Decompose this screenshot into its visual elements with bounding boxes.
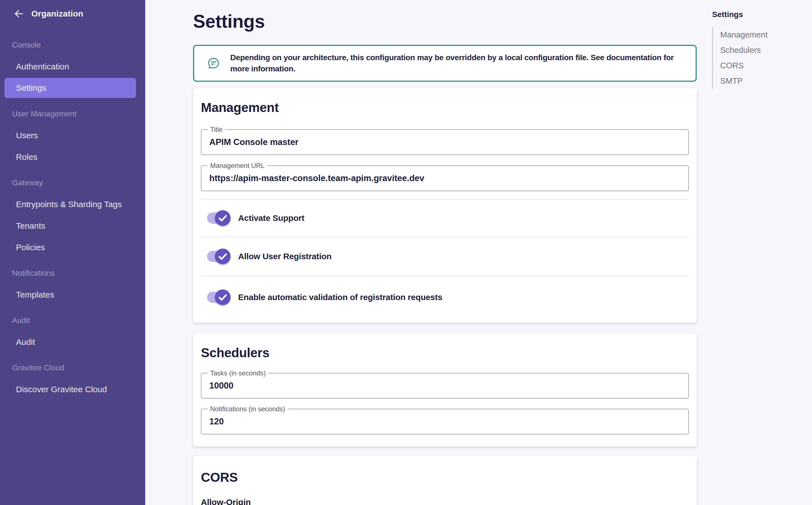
sidebar-item-policies[interactable]: Policies <box>0 236 145 258</box>
page-toc: Settings Management Schedulers CORS SMTP <box>697 0 812 505</box>
title-field-label: Title <box>208 125 225 134</box>
settings-main: Settings Depending on your architecture,… <box>193 0 697 505</box>
management-url-field-label: Management URL <box>208 162 267 170</box>
activate-support-toggle[interactable] <box>207 212 228 224</box>
activate-support-row: Activate Support <box>201 200 689 236</box>
sidebar-back-header[interactable]: Organization <box>0 0 145 22</box>
toc-item-cors[interactable]: CORS <box>720 58 812 73</box>
auto-validation-label: Enable automatic validation of registrat… <box>238 293 442 302</box>
sidebar-nav: Console Authentication Settings User Man… <box>0 34 145 400</box>
toc-item-schedulers[interactable]: Schedulers <box>720 42 812 58</box>
sidebar-item-authentication[interactable]: Authentication <box>0 56 145 77</box>
title-input[interactable] <box>202 130 688 155</box>
allow-user-registration-row: Allow User Registration <box>201 237 689 276</box>
notifications-field-label: Notifications (in seconds) <box>208 405 288 413</box>
tasks-input[interactable] <box>202 373 688 398</box>
toc-title: Settings <box>712 10 812 19</box>
sidebar-item-tenants[interactable]: Tenants <box>0 215 145 236</box>
toc-item-management[interactable]: Management <box>720 27 812 42</box>
schedulers-card-title: Schedulers <box>201 333 689 360</box>
management-url-input[interactable] <box>202 166 688 191</box>
management-card-title: Management <box>201 88 689 115</box>
sidebar-section-user-management: User Management <box>0 103 145 125</box>
sidebar-item-settings[interactable]: Settings <box>0 77 145 99</box>
sidebar-title[interactable]: Organization <box>31 9 83 18</box>
sidebar-section-gravitee-cloud: Gravitee Cloud <box>0 357 145 378</box>
management-url-field: Management URL <box>201 165 689 191</box>
toc-list: Management Schedulers CORS SMTP <box>712 27 812 89</box>
check-icon <box>215 248 231 264</box>
sidebar-section-console: Console <box>0 34 145 56</box>
page-title: Settings <box>193 11 697 31</box>
sidebar-item-users[interactable]: Users <box>0 125 145 146</box>
tasks-field: Tasks (in seconds) <box>201 373 689 399</box>
banner-message: Depending on your architecture, this con… <box>230 52 685 74</box>
auto-validation-toggle[interactable] <box>207 292 228 303</box>
sidebar-section-audit: Audit <box>0 310 145 331</box>
allow-origin-heading: Allow-Origin <box>201 497 689 505</box>
sidebar-item-entrypoints-sharding-tags[interactable]: Entrypoints & Sharding Tags <box>0 193 145 215</box>
check-icon <box>215 210 231 226</box>
sidebar-item-audit[interactable]: Audit <box>0 331 145 353</box>
toc-item-smtp[interactable]: SMTP <box>720 73 812 89</box>
cors-card-title: CORS <box>201 456 689 485</box>
sidebar-section-gateway: Gateway <box>0 172 145 193</box>
activate-support-label: Activate Support <box>238 213 304 223</box>
notifications-field: Notifications (in seconds) <box>201 409 689 435</box>
organization-sidebar: Organization Console Authentication Sett… <box>0 0 145 505</box>
allow-user-registration-label: Allow User Registration <box>238 251 331 261</box>
check-icon <box>215 290 231 305</box>
message-bubble-icon <box>207 57 220 69</box>
title-field: Title <box>201 129 689 155</box>
back-arrow-icon[interactable] <box>13 9 25 19</box>
info-banner: Depending on your architecture, this con… <box>193 45 697 82</box>
sidebar-item-roles[interactable]: Roles <box>0 146 145 168</box>
sidebar-item-templates[interactable]: Templates <box>0 284 145 305</box>
schedulers-card: Schedulers Tasks (in seconds) Notificati… <box>193 333 697 447</box>
auto-validation-row: Enable automatic validation of registrat… <box>201 276 689 318</box>
management-card: Management Title Management URL Activate… <box>193 88 697 323</box>
sidebar-section-notifications: Notifications <box>0 262 145 284</box>
sidebar-item-discover-gravitee-cloud[interactable]: Discover Gravitee Cloud <box>0 378 145 400</box>
allow-user-registration-toggle[interactable] <box>207 251 228 262</box>
tasks-field-label: Tasks (in seconds) <box>208 369 268 377</box>
cors-card: CORS Allow-Origin <box>193 456 697 505</box>
